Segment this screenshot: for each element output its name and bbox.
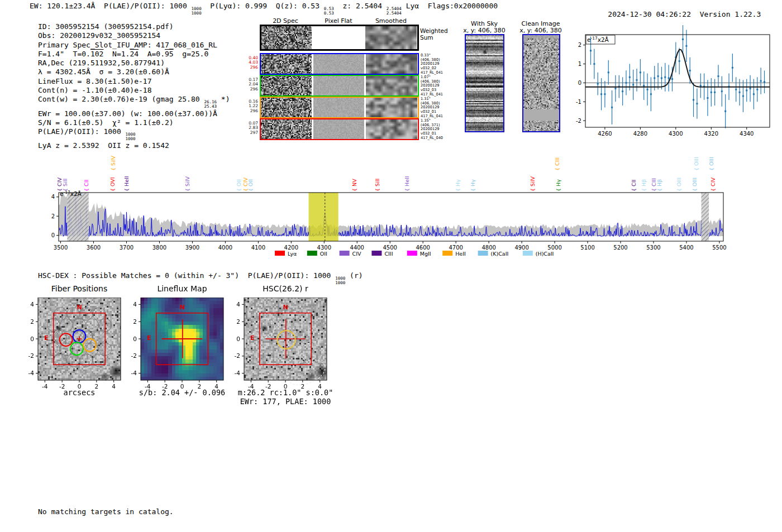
compass-east-label: E bbox=[250, 334, 255, 342]
data-point bbox=[724, 111, 726, 112]
y-tick-label: 2 bbox=[51, 213, 55, 219]
line-label-OIII: { OIII bbox=[676, 178, 682, 191]
data-point bbox=[739, 92, 741, 93]
spec2d-col-header: 2D Spec bbox=[258, 17, 313, 25]
footer-notes: No matching targets in catalog. Row inte… bbox=[38, 489, 174, 532]
y-tick-label: -1 bbox=[576, 99, 581, 105]
x-tick-label: 3600 bbox=[87, 245, 101, 251]
x-tick-label: 4400 bbox=[350, 245, 364, 251]
spec2d-row-left-stats: 0.161.22296 bbox=[244, 99, 258, 113]
data-point bbox=[742, 95, 744, 97]
x-tick-label: 4500 bbox=[383, 245, 397, 251]
masked-band bbox=[701, 193, 709, 241]
x-tick-label: 4700 bbox=[449, 245, 462, 251]
y-tick-label: 0 bbox=[578, 80, 581, 86]
legend-swatch bbox=[442, 251, 452, 256]
compass-east-label: E bbox=[44, 334, 49, 342]
line-label-NV: { NV bbox=[351, 179, 357, 191]
data-point bbox=[654, 77, 655, 79]
x-tick-label: 3900 bbox=[185, 245, 199, 251]
line-label-SiII: { SiII bbox=[374, 179, 380, 191]
line-label-CII: { CII bbox=[631, 180, 637, 191]
data-point bbox=[764, 81, 765, 83]
data-point bbox=[640, 71, 641, 73]
x-tick-label: 4600 bbox=[416, 245, 430, 251]
noise-envelope-fill bbox=[59, 193, 723, 236]
cutout-caption: arcsecs bbox=[20, 388, 139, 397]
cutout-title: Lineflux Map bbox=[141, 284, 223, 293]
source-ellipse bbox=[284, 355, 328, 390]
y-tick-label: 2 bbox=[578, 42, 581, 48]
info-line-1: Obs: 20200129v032_3005952154 bbox=[38, 31, 230, 40]
data-point bbox=[597, 83, 599, 85]
x-tick-label: 5300 bbox=[646, 245, 660, 251]
legend-swatch bbox=[407, 251, 417, 256]
fiber-circle bbox=[86, 319, 99, 332]
line-label-CIII: { CIII bbox=[554, 157, 560, 171]
legend-label: (K)CaII bbox=[491, 251, 509, 257]
x-tick-label: 4000 bbox=[218, 245, 232, 251]
data-point bbox=[647, 89, 649, 90]
info-line-10: S/N = 6.1(±0.5) χ² = 1.1(±0.2) bbox=[38, 118, 230, 127]
data-point bbox=[625, 82, 627, 84]
data-point bbox=[760, 80, 762, 82]
x-tick-label: 5200 bbox=[613, 245, 627, 251]
line-label-SiIV: { SiIV bbox=[530, 176, 536, 191]
flux-unit-label: e-17x2Å bbox=[587, 36, 609, 43]
info-line-2: Primary Spec_Slot_IFU_AMP: 417_068_016_R… bbox=[38, 41, 230, 50]
x-tick-label: 4260 bbox=[598, 131, 612, 137]
fiber-circle bbox=[86, 343, 99, 356]
masked-band bbox=[67, 193, 88, 241]
y-tick-label: -4 bbox=[28, 370, 35, 376]
info-line-11: P(LAE)/P(OII): 1000 10001000 bbox=[38, 127, 230, 141]
compass-north-label: N bbox=[179, 304, 184, 311]
x-tick-label: 4340 bbox=[740, 131, 754, 137]
line-label-Hγ: { Hγ bbox=[470, 179, 476, 191]
legend-swatch bbox=[307, 251, 317, 256]
spec2d-row bbox=[260, 97, 419, 118]
x-tick-label: 3800 bbox=[152, 245, 166, 251]
legend-swatch bbox=[371, 251, 382, 256]
data-point bbox=[735, 89, 737, 90]
line-label-OII: { OII bbox=[247, 179, 254, 191]
data-point bbox=[661, 77, 662, 79]
data-point bbox=[604, 93, 605, 95]
footer-line-1: No matching targets in catalog. bbox=[38, 507, 174, 517]
data-point bbox=[629, 76, 631, 78]
stacked-fraction: 0.530.53 bbox=[324, 7, 334, 16]
data-point bbox=[608, 71, 609, 73]
clean-coords: x, y: 406, 380 bbox=[510, 27, 571, 34]
data-point bbox=[700, 85, 702, 87]
y-tick-label: 4 bbox=[133, 301, 137, 308]
timestamp: 2024-12-30 04:26:22 bbox=[608, 10, 691, 18]
weighted-sum-label: WeightedSum bbox=[420, 28, 448, 41]
y-tick-label: 0 bbox=[51, 232, 55, 238]
detection-highlight-band bbox=[309, 193, 338, 241]
data-point bbox=[750, 88, 751, 89]
y-tick-label: 4 bbox=[51, 194, 55, 200]
data-point bbox=[600, 93, 602, 95]
data-point bbox=[732, 67, 733, 69]
spec2d-row-annotation: 1.35"(406, 371)20200129v032_01417_RL_040 bbox=[421, 119, 447, 141]
info-line-5: λ = 4302.45Å σ = 3.20(±0.60)Å bbox=[38, 68, 230, 76]
clean-image bbox=[522, 34, 560, 132]
cutout-caption: s/b: 2.04 +/- 0.096 bbox=[123, 388, 241, 397]
y-tick-label: 2 bbox=[30, 318, 34, 325]
x-tick-label: 3700 bbox=[120, 245, 133, 251]
legend-swatch bbox=[478, 251, 488, 256]
data-point bbox=[693, 99, 694, 100]
version-label: Version 1.22.3 bbox=[700, 10, 761, 18]
fiber-positions-plot: Fiber Positions-4-2024-4-2024NEarcsecs bbox=[20, 281, 139, 415]
data-point bbox=[643, 85, 645, 87]
data-point bbox=[714, 92, 716, 93]
compass-north-label: N bbox=[77, 304, 82, 311]
selected-fiber-circle bbox=[83, 339, 96, 352]
data-point bbox=[696, 103, 698, 104]
x-tick-label: 4800 bbox=[481, 245, 495, 251]
data-point bbox=[746, 89, 747, 91]
line-label-OIII: { OIII bbox=[693, 157, 699, 171]
line-label-Hβ: { Hβ bbox=[656, 179, 662, 191]
elixer-report-page: EW: 120.1±23.4Å P(LAE)/P(OII): 1000 1000… bbox=[0, 0, 782, 532]
fiber-circle bbox=[60, 319, 73, 332]
spec2d-col-header: Pixel Flat bbox=[311, 17, 366, 25]
